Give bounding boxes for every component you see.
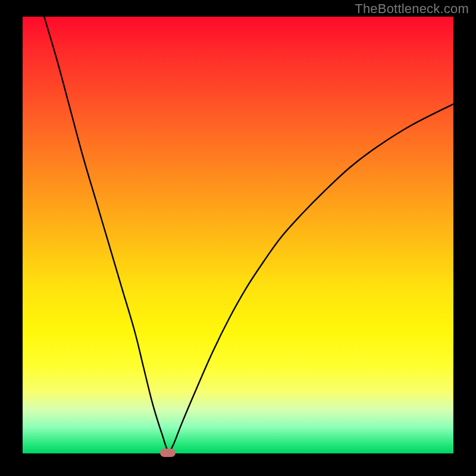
curve-svg [23, 17, 453, 453]
plot-area [23, 17, 453, 453]
chart-frame: TheBottleneck.com [0, 0, 476, 476]
watermark-text: TheBottleneck.com [355, 1, 469, 17]
bottleneck-curve [44, 17, 453, 453]
minimum-marker [160, 449, 176, 457]
